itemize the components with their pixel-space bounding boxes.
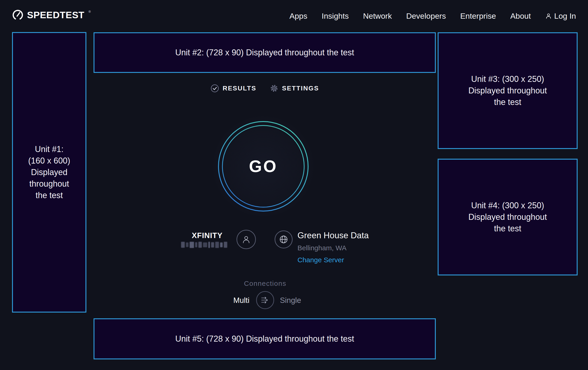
connections-option-single[interactable]: Single (280, 296, 301, 305)
ad-unit-1[interactable]: Unit #1: (160 x 600) Displayed throughou… (12, 32, 86, 313)
tab-settings[interactable]: SETTINGS (270, 84, 319, 93)
tab-results-label: RESULTS (223, 85, 256, 92)
isp-user-icon (236, 230, 256, 249)
server-globe-icon (275, 230, 293, 249)
main-nav: Apps Insights Network Developers Enterpr… (289, 11, 576, 21)
ad-unit-4[interactable]: Unit #4: (300 x 250) Displayed throughou… (438, 159, 578, 275)
connections-toggle[interactable] (256, 291, 274, 309)
server-location: Bellingham, WA (297, 244, 346, 252)
ad-unit-3-label: Unit #3: (300 x 250) Displayed throughou… (468, 73, 547, 108)
connections-label: Connections (236, 280, 294, 287)
isp-ip-redacted (181, 241, 232, 248)
isp-name: XFINITY (181, 231, 233, 240)
nav-item-enterprise[interactable]: Enterprise (460, 11, 496, 20)
ad-unit-4-label: Unit #4: (300 x 250) Displayed throughou… (468, 200, 547, 234)
nav-item-insights[interactable]: Insights (322, 11, 349, 20)
globe-icon (278, 234, 289, 245)
nav-item-network[interactable]: Network (363, 11, 392, 20)
login-label: Log In (554, 11, 576, 20)
server-name: Green House Data (297, 231, 369, 240)
nav-item-developers[interactable]: Developers (406, 11, 446, 20)
go-label: GO (249, 157, 278, 176)
ad-unit-3[interactable]: Unit #3: (300 x 250) Displayed throughou… (438, 32, 578, 149)
nav-item-apps[interactable]: Apps (289, 11, 307, 20)
multi-connections-icon (260, 295, 271, 306)
gauge-icon (12, 9, 23, 21)
tab-results[interactable]: RESULTS (210, 84, 256, 93)
ad-unit-5-label: Unit #5: (728 x 90) Displayed throughout… (175, 333, 354, 345)
brand-name: SPEEDTEST (27, 10, 84, 20)
login-button[interactable]: Log In (545, 11, 576, 20)
ad-unit-2[interactable]: Unit #2: (728 x 90) Displayed throughout… (94, 32, 436, 73)
ad-unit-1-label: Unit #1: (160 x 600) Displayed throughou… (28, 143, 70, 201)
go-button[interactable]: GO (212, 116, 314, 217)
ad-unit-5[interactable]: Unit #5: (728 x 90) Displayed throughout… (94, 318, 436, 359)
tabs-bar: RESULTS SETTINGS (94, 84, 436, 93)
user-icon (545, 12, 552, 19)
person-icon (241, 234, 252, 245)
speedtest-logo[interactable]: SPEEDTEST ® (12, 9, 91, 21)
trademark-mark: ® (88, 10, 91, 13)
check-circle-icon (210, 84, 219, 93)
tab-settings-label: SETTINGS (282, 85, 319, 92)
ad-unit-2-label: Unit #2: (728 x 90) Displayed throughout… (175, 47, 354, 58)
gear-icon (270, 84, 279, 93)
change-server-link[interactable]: Change Server (297, 256, 344, 264)
nav-item-about[interactable]: About (510, 11, 531, 20)
connections-option-multi[interactable]: Multi (215, 296, 249, 305)
